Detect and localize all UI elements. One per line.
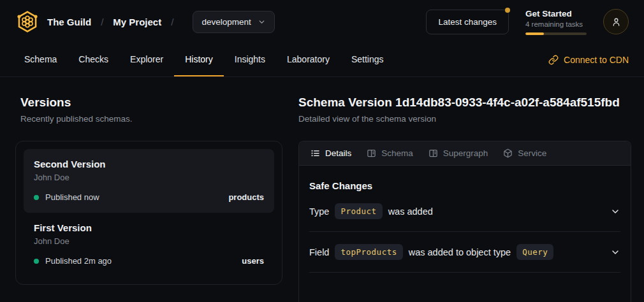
user-icon xyxy=(611,17,622,27)
tab-insights[interactable]: Insights xyxy=(224,43,276,76)
latest-changes-label: Latest changes xyxy=(438,17,497,27)
tab-explorer[interactable]: Explorer xyxy=(119,43,174,76)
version-service: users xyxy=(242,256,264,266)
change-code-badge: Query xyxy=(516,244,553,260)
get-started-widget[interactable]: Get Started 4 remaining tasks xyxy=(525,9,587,35)
list-icon xyxy=(311,148,320,158)
detail-tabs: Details Schema xyxy=(299,141,631,166)
safe-changes-heading: Safe Changes xyxy=(309,180,620,191)
link-icon xyxy=(548,55,559,65)
breadcrumb-project[interactable]: My Project xyxy=(113,17,161,27)
connect-cdn-label: Connect to CDN xyxy=(564,55,629,65)
schema-version-subtitle: Detailed view of the schema version xyxy=(298,114,631,124)
schema-version-title: Schema Version 1d14db83-0933-4f4c-a02f-a… xyxy=(298,96,631,110)
version-title: Second Version xyxy=(34,159,264,169)
detail-tab-label: Schema xyxy=(381,148,413,158)
published-status-dot xyxy=(34,259,39,264)
chevron-down-icon xyxy=(258,18,266,26)
connect-cdn-link[interactable]: Connect to CDN xyxy=(548,43,629,76)
schema-version-detail-box: Details Schema xyxy=(298,141,631,302)
detail-tab-supergraph[interactable]: Supergraph xyxy=(421,141,496,165)
version-author: John Doe xyxy=(34,236,264,246)
change-code-badge: Product xyxy=(335,203,382,219)
progress-fill xyxy=(525,32,544,35)
environment-select[interactable]: development xyxy=(193,11,274,33)
tab-settings[interactable]: Settings xyxy=(340,43,395,76)
get-started-progressbar xyxy=(525,32,587,35)
columns-icon xyxy=(428,148,438,158)
versions-subtitle: Recently published schemas. xyxy=(20,114,282,124)
version-status: Published now xyxy=(45,192,99,202)
get-started-title: Get Started xyxy=(525,9,587,18)
detail-tab-label: Service xyxy=(518,148,546,158)
version-title: First Version xyxy=(34,222,264,233)
change-row[interactable]: Type Product was added xyxy=(309,191,620,232)
schema-version-panel: Schema Version 1d14db83-0933-4f4c-a02f-a… xyxy=(298,96,644,302)
detail-tab-label: Details xyxy=(325,148,351,158)
get-started-subtitle: 4 remaining tasks xyxy=(525,20,587,28)
tab-laboratory[interactable]: Laboratory xyxy=(276,43,340,76)
guild-logo-icon[interactable] xyxy=(15,10,40,34)
detail-content: Safe Changes Type Product was added Fiel… xyxy=(299,166,631,273)
change-row[interactable]: Field topProducts was added to object ty… xyxy=(309,232,620,273)
tab-history[interactable]: History xyxy=(174,43,224,76)
published-status-dot xyxy=(34,195,39,200)
version-service: products xyxy=(228,192,264,202)
version-list-item[interactable]: Second Version John Doe Published now pr… xyxy=(24,149,274,213)
versions-panel: Versions Recently published schemas. Sec… xyxy=(0,96,282,302)
change-code-badge: topProducts xyxy=(335,244,402,260)
detail-tab-service[interactable]: Service xyxy=(495,141,554,165)
app-header: The Guild / My Project / development Lat… xyxy=(0,0,644,43)
change-text: Type xyxy=(309,206,329,217)
environment-select-value: development xyxy=(201,17,251,27)
change-text: was added to object type xyxy=(409,247,511,257)
change-text: Field xyxy=(309,247,329,257)
version-status: Published 2m ago xyxy=(45,256,112,266)
breadcrumb-separator: / xyxy=(171,17,173,27)
change-text: was added xyxy=(388,206,433,217)
breadcrumb-org[interactable]: The Guild xyxy=(47,17,91,27)
versions-title: Versions xyxy=(20,96,282,110)
tab-schema[interactable]: Schema xyxy=(13,43,68,76)
user-avatar-button[interactable] xyxy=(603,9,629,34)
tab-checks[interactable]: Checks xyxy=(68,43,119,76)
detail-tab-label: Supergraph xyxy=(443,148,488,158)
detail-tab-details[interactable]: Details xyxy=(303,141,359,165)
project-nav: Schema Checks Explorer History Insights … xyxy=(0,43,644,77)
version-author: John Doe xyxy=(34,173,264,182)
version-list-item[interactable]: First Version John Doe Published 2m ago … xyxy=(24,213,274,277)
notification-dot xyxy=(505,8,510,13)
latest-changes-button[interactable]: Latest changes xyxy=(426,10,509,34)
columns-icon xyxy=(367,148,376,158)
chevron-down-icon[interactable] xyxy=(610,206,620,217)
versions-list: Second Version John Doe Published now pr… xyxy=(15,141,282,285)
chevron-down-icon[interactable] xyxy=(610,247,620,257)
detail-tab-schema[interactable]: Schema xyxy=(359,141,421,165)
cube-icon xyxy=(503,148,513,158)
main-content: Versions Recently published schemas. Sec… xyxy=(0,77,644,302)
breadcrumb-separator: / xyxy=(101,17,103,27)
